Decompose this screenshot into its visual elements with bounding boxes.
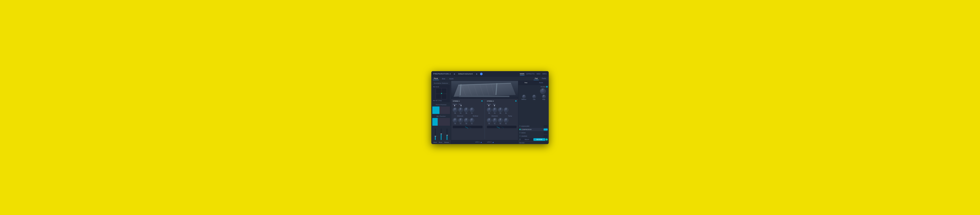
string1-vib3-knob[interactable] [453, 118, 457, 123]
position-knob[interactable] [540, 88, 546, 94]
edge-knob[interactable] [542, 95, 546, 98]
string2-vib4-knob[interactable] [498, 118, 503, 123]
tab-info[interactable]: INFO [542, 72, 547, 75]
string1-ko1: Ko [458, 108, 463, 114]
tab-audio[interactable]: Audio [449, 77, 455, 80]
string1-ko1-knob[interactable] [458, 108, 463, 112]
delay-button[interactable]: DELAY [521, 138, 533, 141]
pin-icon[interactable] [480, 73, 483, 75]
tab-rattle[interactable]: Rattle [541, 77, 547, 80]
string1-sustain-group: Sustain [453, 103, 457, 106]
string2-ko4-knob[interactable] [504, 118, 508, 123]
string2-vib2-knob[interactable] [498, 108, 503, 112]
svg-rect-11 [459, 96, 509, 97]
nav-controls: ◀ Default Instrument ▶ [453, 73, 477, 75]
string2-tone-fader[interactable] [492, 105, 496, 106]
string1-vib2-label: Vib [465, 112, 467, 114]
shaper-btn[interactable] [544, 135, 548, 137]
lfo2-expand[interactable]: ▲ [492, 141, 494, 143]
string1-title: STRING 1 [453, 100, 460, 102]
string1-sustain-fader[interactable] [453, 105, 457, 106]
tab-effects[interactable]: EFFECTS [527, 72, 535, 75]
equalizer-btn[interactable] [544, 125, 548, 127]
string1-vib4-knob[interactable] [464, 118, 469, 123]
equalizer-name: EQUALIZER [522, 125, 543, 127]
shaper-name: SHAPER [522, 135, 543, 137]
string2-ko2: Ko [504, 108, 508, 114]
stiffness-knob[interactable] [522, 95, 526, 98]
xy-pad[interactable] [436, 88, 447, 99]
right-tab-fret[interactable]: Fret [518, 82, 534, 84]
string2-tuning-label: Tuning [508, 115, 512, 117]
reverb-enable-dot[interactable] [546, 138, 548, 141]
string2-vib2-label: Vib [500, 112, 501, 114]
string1-vib2-knob[interactable] [464, 108, 469, 112]
fret-enable-dot[interactable] [546, 86, 548, 88]
string1-tone-fader[interactable] [458, 105, 462, 106]
release-slider[interactable] [447, 128, 447, 140]
tab-main[interactable]: MAIN [520, 72, 525, 75]
reverb-label: REVERB [536, 139, 542, 140]
effect-mods[interactable]: MODS [519, 131, 548, 134]
string2-vib1-knob[interactable] [487, 108, 492, 112]
string1-knobs-row1: Vib Ko Vib Ko [453, 108, 483, 114]
position-knob-group [540, 88, 546, 94]
compressor-name: COMPRESSOR [522, 129, 543, 130]
effects-list: EQUALIZER COMPRESSOR MODS [518, 124, 549, 141]
vertical-sliders [432, 127, 450, 140]
string1-knobs-row2: Vib Ko Vib Ko [453, 118, 483, 124]
string1-ko2-label: Ko [471, 112, 473, 114]
out-trim-bar[interactable] [525, 142, 548, 143]
mods-name: MODS [522, 132, 543, 133]
string2-knobs-row1: Vib Ko Vib Ko [487, 108, 517, 114]
mic-position-slider[interactable] [432, 118, 450, 126]
string2-ko3-knob[interactable] [493, 118, 497, 123]
string1-ko3-knob[interactable] [458, 118, 463, 123]
max-vel-label: Max Vel [433, 86, 438, 88]
strings-area: STRING 1 Sustain Tone [451, 99, 518, 140]
string1-ko1-label: Ko [460, 112, 461, 114]
tab-bow[interactable]: Bow [441, 77, 446, 80]
force-position-label: Force Position [432, 104, 450, 106]
compressor-btn[interactable] [544, 128, 548, 130]
edge-label: Edge [542, 98, 546, 100]
string1-vib1-knob[interactable] [453, 108, 457, 112]
string2-knobs-row2: Vib Ko Vib Ko [487, 118, 517, 124]
mods-btn[interactable] [544, 132, 548, 134]
string2-ko1-knob[interactable] [493, 108, 497, 112]
string1-enable[interactable] [481, 100, 483, 102]
string1-nonlinear-label: Nonlinear [473, 115, 478, 117]
tab-pluck[interactable]: Pluck [433, 77, 439, 80]
string1-vib1-label: Vib [454, 112, 456, 114]
prev-preset-button[interactable]: ◀ [453, 73, 455, 75]
next-preset-button[interactable]: ▶ [476, 73, 477, 75]
force-position-slider[interactable] [432, 106, 450, 114]
right-tab-rattle[interactable]: Rattle [534, 82, 549, 84]
gap-group: Gap [532, 95, 536, 100]
string2-ko1: Ko [493, 108, 497, 114]
string1-ko3: Ko [458, 118, 463, 124]
string1-ko4: Ko [469, 118, 474, 124]
lfo1-expand[interactable]: ▲ [480, 141, 482, 143]
tab-midi[interactable]: MIDI [536, 72, 540, 75]
string2-sustain-fader[interactable] [487, 105, 491, 106]
effect-compressor[interactable]: COMPRESSOR [519, 128, 548, 131]
string1-ko2-knob[interactable] [469, 108, 474, 112]
effect-shaper[interactable]: SHAPER [519, 135, 548, 138]
min-vel-label: Min Vel [433, 100, 437, 101]
string1-sustain-label: Sustain [453, 103, 457, 105]
string2-ko2-knob[interactable] [504, 108, 508, 112]
attack-slider[interactable] [435, 128, 436, 140]
reverb-button[interactable]: REVERB [533, 138, 546, 141]
gap-knob[interactable] [532, 95, 536, 98]
tab-fret[interactable]: Fret [534, 77, 539, 80]
right-panel: Fret Rattle Position [518, 81, 549, 144]
lfo-bar: LFO 1 ▲ LFO 2 ▲ [451, 140, 518, 144]
out-trim-row: Out trim [518, 141, 549, 144]
string2-enable[interactable] [515, 100, 517, 102]
string1-ko4-knob[interactable] [469, 118, 474, 123]
boost-slider[interactable] [441, 128, 442, 140]
string2-vib3-knob[interactable] [487, 118, 492, 123]
effect-equalizer[interactable]: EQUALIZER [519, 125, 548, 128]
delay-reverb-row: DELAY REVERB [519, 138, 548, 141]
